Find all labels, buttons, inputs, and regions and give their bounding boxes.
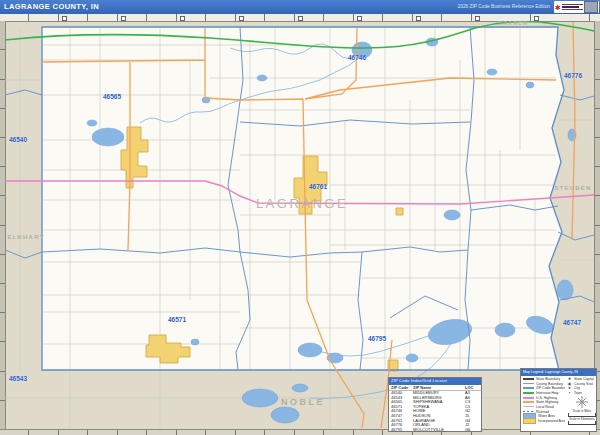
edition-label: 2026 ZIP Code Business Reference Edition <box>458 0 550 14</box>
legend-compass-icon <box>576 396 588 408</box>
us-highway-swatch <box>523 397 534 399</box>
county-label-branch: BRANCH <box>498 20 528 26</box>
zip-label-46776: 46776 <box>564 72 582 79</box>
state-boundary-swatch <box>523 378 534 380</box>
logo-seal-icon <box>584 1 598 13</box>
county-label-noble: NOBLE <box>281 397 325 407</box>
header-bar: LAGRANGE COUNTY, IN 2026 ZIP Code Busine… <box>0 0 600 15</box>
zip-index-table: ZIP Code Index/Grid Locator ZIP Code ZIP… <box>388 377 482 432</box>
legend-point-items: ★State Capital ◉County Seat ●City •Town … <box>567 377 597 426</box>
county-boundary-swatch <box>523 383 534 385</box>
county-label-steuben: STEUBEN <box>554 185 591 191</box>
interstate-swatch <box>523 392 534 394</box>
scale-bar-kilometers <box>568 421 596 425</box>
city-area-small <box>396 208 403 215</box>
legend-line-items: State Boundary County Boundary ZIP Code … <box>523 377 565 424</box>
grid-ruler-bottom <box>0 429 600 435</box>
zip-label-46565: 46565 <box>103 93 121 100</box>
logo-text-lines <box>562 4 583 11</box>
scale-kilometers: Scale in Kilometers <box>567 417 597 425</box>
railroad-swatch <box>523 411 534 413</box>
zip-label-46761: 46761 <box>309 183 327 190</box>
zip-code-map-sheet: LAGRANGE COUNTY, IN 2026 ZIP Code Busine… <box>0 0 600 435</box>
county-map-canvas <box>5 21 595 429</box>
county-title: LAGRANGE COUNTY, IN <box>4 0 99 14</box>
scale-miles: Scale in Miles <box>567 409 597 417</box>
logo-star-icon: ✱ <box>555 4 561 11</box>
scale-bar-miles <box>568 413 596 417</box>
zip-label-46795: 46795 <box>368 335 386 342</box>
local-road-swatch <box>523 406 534 407</box>
zip-label-46543: 46543 <box>9 375 27 382</box>
town-dot-icon: • <box>567 391 572 395</box>
city-name-lagrange: LAGRANGE <box>256 196 348 211</box>
county-label-elkhart: ELKHART <box>7 234 44 240</box>
legend-item: ◉County Seat <box>567 381 597 386</box>
state-highway-swatch <box>523 401 534 403</box>
map-legend: Map Legend: Lagrange County, IN State Bo… <box>520 368 597 432</box>
zip-boundary-swatch <box>523 387 534 389</box>
incorporated-swatch <box>523 418 536 424</box>
zip-label-46746: 46746 <box>348 54 366 61</box>
zip-index-row: 46795WOLCOTTVILLEG6 <box>389 428 481 432</box>
publisher-logo: ✱ <box>554 1 599 13</box>
legend-compass <box>567 395 597 409</box>
legend-item: Incorporated Area <box>523 419 565 424</box>
zip-label-46747: 46747 <box>563 319 581 326</box>
zip-label-46571: 46571 <box>168 316 186 323</box>
legend-item: ★State Capital <box>567 377 597 382</box>
zip-label-46540: 46540 <box>9 136 27 143</box>
